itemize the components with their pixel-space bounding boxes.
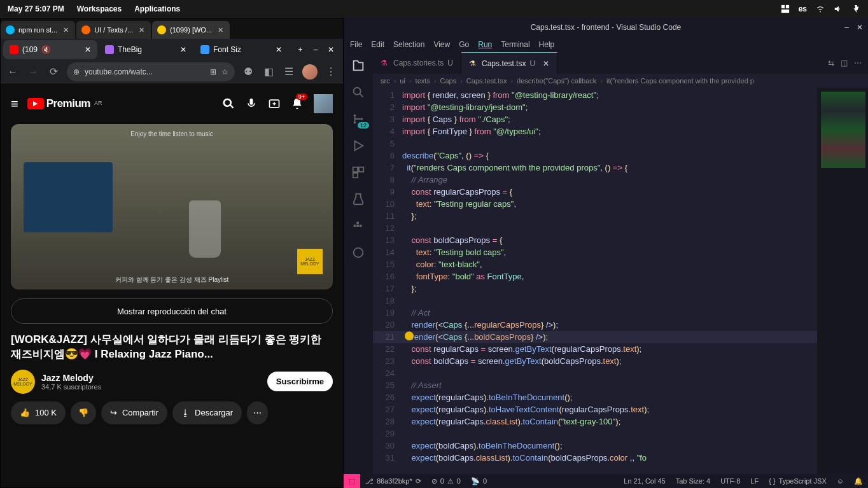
code-line[interactable]: };: [402, 210, 817, 222]
back-button[interactable]: ←: [6, 65, 20, 79]
more-icon[interactable]: ⋯: [854, 59, 862, 67]
code-line[interactable]: expect(boldCaps).toBeInTheDocument();: [402, 440, 817, 452]
code-line[interactable]: const regularCapsProps = {: [402, 186, 817, 198]
code-line[interactable]: };: [402, 282, 817, 295]
channel-name[interactable]: Jazz Melody: [41, 373, 101, 383]
code-line[interactable]: const regularCaps = screen.getByText(reg…: [402, 343, 817, 355]
share-button[interactable]: ↪ Compartir: [101, 401, 167, 424]
lightbulb-icon[interactable]: [405, 331, 414, 340]
breadcrumb-segment[interactable]: Caps: [440, 77, 456, 85]
new-tab-button[interactable]: +: [292, 41, 309, 58]
browser-tab[interactable]: (109🔇✕: [3, 40, 97, 59]
code-line[interactable]: expect(regularCaps).toBeInTheDocument();: [402, 391, 817, 403]
code-line[interactable]: it("renders Caps component with the prov…: [402, 162, 817, 174]
code-line[interactable]: const boldCapsProps = {: [402, 234, 817, 246]
code-line[interactable]: text: "Testing bold caps",: [402, 246, 817, 258]
git-branch[interactable]: ⎇ 86a3f2bkp* ⟳: [360, 474, 426, 488]
download-button[interactable]: ⭳ Descargar: [172, 401, 242, 424]
menu-selection[interactable]: Selection: [393, 40, 424, 49]
workspaces-menu[interactable]: Workspaces: [77, 4, 122, 13]
video-player[interactable]: Enjoy the time listen to music JAZZ MELO…: [11, 124, 333, 289]
breadcrumb-segment[interactable]: ui: [400, 77, 405, 85]
testing-icon[interactable]: [351, 192, 365, 206]
split-editor-icon[interactable]: ◫: [841, 59, 848, 67]
code-line[interactable]: color: "text-black",: [402, 258, 817, 270]
problems[interactable]: ⊘ 0 ⚠ 0: [426, 474, 466, 488]
notifications-icon[interactable]: 9+: [291, 97, 304, 110]
run-debug-icon[interactable]: [351, 139, 365, 153]
create-icon[interactable]: [268, 97, 281, 110]
youtube-logo[interactable]: Premium AR: [27, 97, 102, 110]
encoding[interactable]: UTF-8: [715, 477, 745, 485]
code-line[interactable]: [402, 367, 817, 379]
eol[interactable]: LF: [745, 477, 764, 485]
additional-icon[interactable]: [351, 246, 365, 260]
code-line[interactable]: [402, 137, 817, 150]
close-icon[interactable]: ✕: [137, 26, 146, 34]
window-tab[interactable]: UI / Texts /...✕: [76, 21, 151, 39]
code-line[interactable]: import { FontType } from "@/types/ui";: [402, 125, 817, 137]
mute-icon[interactable]: 🔇: [41, 45, 51, 54]
line-gutter[interactable]: 1234567891011121314151617181920212223242…: [373, 88, 402, 474]
code-line[interactable]: [402, 295, 817, 307]
code-line[interactable]: // Assert: [402, 379, 817, 391]
breadcrumb-segment[interactable]: describe("Caps") callback: [517, 77, 596, 85]
extensions-icon[interactable]: ⚉: [241, 65, 255, 79]
yt-avatar[interactable]: [314, 94, 333, 113]
reload-button[interactable]: ⟳: [46, 65, 60, 79]
tiling-icon[interactable]: [781, 4, 790, 13]
minimize-button[interactable]: –: [844, 23, 849, 32]
extensions-icon[interactable]: [351, 165, 365, 179]
reading-list-icon[interactable]: ☰: [282, 65, 296, 79]
code-line[interactable]: import { Caps } from "./Caps";: [402, 113, 817, 125]
translate-icon[interactable]: ⊞: [210, 67, 216, 76]
code-line[interactable]: // Arrange: [402, 174, 817, 186]
more-actions-button[interactable]: ⋯: [247, 401, 268, 424]
dislike-button[interactable]: 👎: [71, 401, 96, 424]
editor-tab[interactable]: ⚗Caps.test.tsx U✕: [461, 52, 557, 74]
close-icon[interactable]: ✕: [543, 59, 549, 68]
breadcrumb-segment[interactable]: src: [381, 77, 390, 85]
language-mode[interactable]: { } TypeScript JSX: [764, 477, 832, 485]
code-line[interactable]: expect(regularCaps.classList).toContain(…: [402, 415, 817, 428]
search-icon[interactable]: [351, 85, 365, 99]
search-icon[interactable]: [222, 97, 235, 110]
breadcrumb-segment[interactable]: texts: [416, 77, 430, 85]
close-icon[interactable]: ✕: [216, 26, 225, 34]
forward-button[interactable]: →: [26, 65, 40, 79]
breadcrumb-segment[interactable]: Caps.test.tsx: [466, 77, 507, 85]
source-control-icon[interactable]: 12: [351, 112, 365, 126]
browser-tab[interactable]: Font Siz✕: [194, 40, 288, 59]
code-line[interactable]: expect(regularCaps).toHaveTextContent(re…: [402, 403, 817, 415]
editor-tab[interactable]: ⚗Caps.stories.ts U: [373, 52, 461, 74]
cursor-position[interactable]: Ln 21, Col 45: [619, 477, 670, 485]
feedback-icon[interactable]: ☺: [832, 477, 849, 485]
keyboard-lang[interactable]: es: [799, 4, 807, 13]
code-line[interactable]: [402, 222, 817, 234]
code-line[interactable]: expect(boldCaps.classList).toContain(bol…: [402, 452, 817, 464]
explorer-icon[interactable]: [351, 59, 365, 73]
code-line[interactable]: import { render, screen } from "@testing…: [402, 89, 817, 101]
mic-icon[interactable]: [245, 97, 258, 110]
close-icon[interactable]: ✕: [85, 45, 91, 54]
code-line[interactable]: [402, 428, 817, 440]
code-line[interactable]: // Act: [402, 307, 817, 319]
subscribe-button[interactable]: Suscribirme: [267, 372, 333, 391]
docker-icon[interactable]: [351, 219, 365, 233]
side-panel-icon[interactable]: ◧: [262, 65, 276, 79]
window-tab[interactable]: npm run st...✕: [1, 21, 75, 39]
menu-help[interactable]: Help: [539, 40, 555, 49]
code-line[interactable]: fontType: "bold" as FontType,: [402, 270, 817, 282]
code-line[interactable]: import "@testing-library/jest-dom";: [402, 101, 817, 113]
tab-size[interactable]: Tab Size: 4: [671, 477, 715, 485]
clock[interactable]: May 27 5:07 PM: [8, 4, 64, 13]
bell-icon[interactable]: 🔔: [849, 477, 868, 485]
ports[interactable]: 📡 0: [466, 474, 492, 488]
menu-view[interactable]: View: [433, 40, 450, 49]
remote-indicator[interactable]: ⬚: [344, 474, 360, 488]
vscode-title-bar[interactable]: Caps.test.tsx - frontend - Visual Studio…: [344, 18, 868, 37]
profile-avatar[interactable]: [302, 64, 318, 80]
channel-avatar[interactable]: JAZZ MELODY: [11, 370, 35, 394]
close-icon[interactable]: ✕: [180, 45, 186, 54]
code-line[interactable]: render(<Caps {...regularCapsProps} />);: [402, 319, 817, 331]
